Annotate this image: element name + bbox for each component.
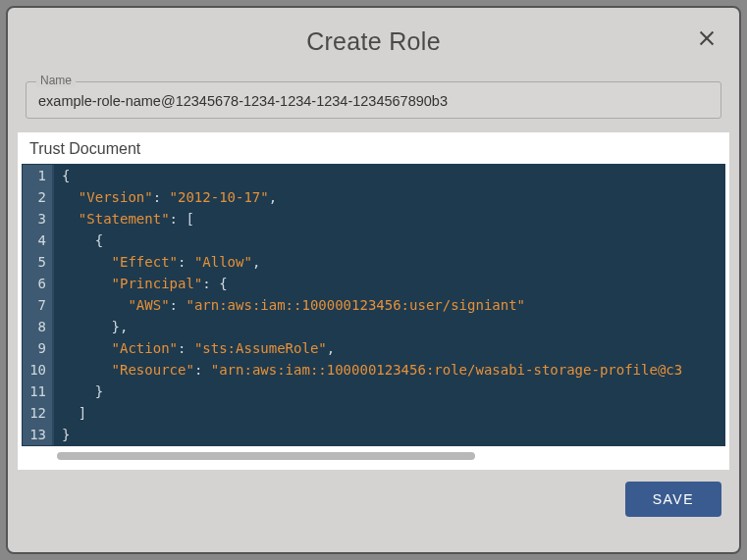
close-icon[interactable] (696, 27, 718, 49)
modal-title: Create Role (306, 27, 441, 56)
name-field-wrap: Name (26, 81, 721, 119)
save-button[interactable]: SAVE (625, 482, 721, 517)
code-gutter: 12345678910111213 (23, 165, 54, 445)
create-role-modal: Create Role Name Trust Document 12345678… (18, 10, 729, 550)
scrollbar-thumb[interactable] (57, 452, 475, 460)
horizontal-scrollbar[interactable] (57, 450, 690, 462)
modal-header: Create Role (18, 10, 729, 72)
code-lines[interactable]: { "Version": "2012-10-17", "Statement": … (54, 165, 724, 445)
modal-footer: SAVE (18, 470, 729, 517)
code-area[interactable]: 12345678910111213 { "Version": "2012-10-… (22, 164, 725, 446)
trust-document-heading: Trust Document (22, 136, 725, 164)
name-field-label: Name (36, 74, 76, 87)
name-field[interactable] (38, 93, 709, 109)
trust-document-editor: Trust Document 12345678910111213 { "Vers… (18, 132, 729, 470)
